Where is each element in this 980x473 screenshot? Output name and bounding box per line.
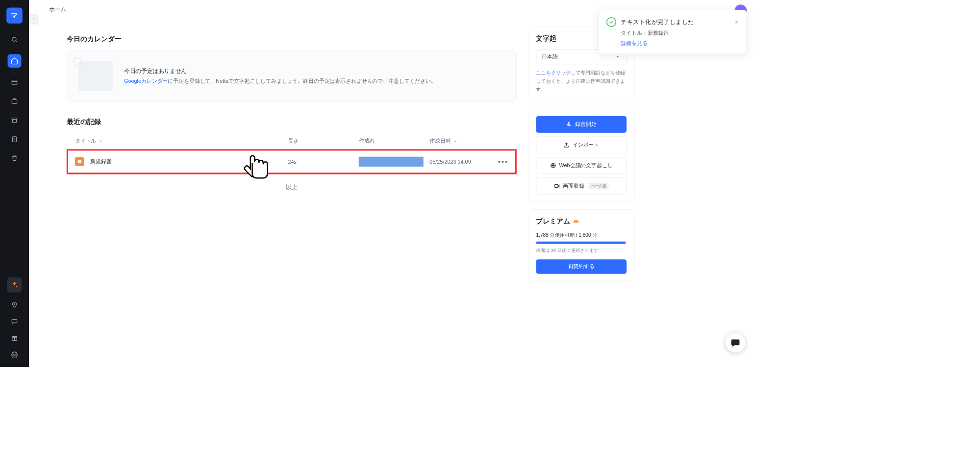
svg-line-1 <box>16 41 17 42</box>
globe-icon <box>550 163 556 169</box>
sidebar-bottom <box>10 300 19 359</box>
record-start-button[interactable]: 録音開始 <box>536 116 627 133</box>
app-logo[interactable]: マ <box>6 8 23 24</box>
calendar-sub-rest: に予定を登録して、Nottaで文字起こししてみましょう。終日の予定は表示されませ… <box>168 78 436 84</box>
calendar-sub-text: Googleカレンダーに予定を登録して、Nottaで文字起こししてみましょう。終… <box>124 78 436 85</box>
tip-link[interactable]: ここをクリック <box>536 70 571 76</box>
col-length[interactable]: 長さ <box>288 138 358 145</box>
renew-button[interactable]: 再契約する <box>536 259 627 274</box>
col-title[interactable]: タイトル <box>75 138 288 145</box>
svg-rect-10 <box>12 320 17 323</box>
note-icon[interactable] <box>10 135 19 144</box>
screen-record-button[interactable]: 画面収録 ベータ版 <box>536 178 627 195</box>
svg-point-0 <box>12 37 16 41</box>
renewal-text: 時間は 20 日後に更新されます <box>536 248 627 254</box>
action-buttons-card: 録音開始 インポート Web会議の文字起こし 画面収録 ベータ版 <box>528 109 634 201</box>
record-title: 新規録音 <box>90 158 288 165</box>
toast-subtitle: タイトル：新規録音 <box>621 30 739 37</box>
calendar-section-title: 今日のカレンダー <box>67 34 517 44</box>
import-button[interactable]: インポート <box>536 137 627 153</box>
cursor-hand-icon <box>243 152 274 182</box>
search-icon[interactable] <box>10 35 19 44</box>
calendar-card: 今日の予定はありません Googleカレンダーに予定を登録して、Nottaで文字… <box>67 50 517 102</box>
svg-rect-14 <box>78 160 81 163</box>
usage-text: 1,788 分使用可能 / 1,800 分 <box>536 232 627 239</box>
right-panel: 文字起 日本語 ここをクリックして専門用語などを登録しておくと、より正確に音声認… <box>528 26 634 289</box>
chat-icon[interactable] <box>10 317 19 326</box>
calendar-illustration <box>78 61 113 91</box>
calendar-icon[interactable] <box>10 77 19 87</box>
check-circle-icon <box>606 17 616 27</box>
google-calendar-link[interactable]: Googleカレンダー <box>124 78 168 84</box>
home-icon[interactable] <box>7 54 21 68</box>
crown-icon <box>573 218 579 224</box>
records-table-header: タイトル 長さ 作成者 作成日時 <box>67 133 517 149</box>
premium-title: プレミアム <box>536 217 627 226</box>
svg-point-13 <box>13 354 15 355</box>
language-selected: 日本語 <box>542 53 558 60</box>
main-content: 今日のカレンダー 今日の予定はありません Googleカレンダーに予定を登録して… <box>44 26 517 289</box>
trash-icon[interactable] <box>10 154 19 163</box>
gear-icon[interactable] <box>10 350 19 360</box>
chat-bubble-icon <box>730 338 740 348</box>
svg-rect-5 <box>12 118 17 120</box>
records-section-title: 最近の記録 <box>67 117 517 126</box>
end-of-list-text: 以上 <box>67 184 517 192</box>
mic-icon <box>566 122 572 127</box>
sidebar-collapse-toggle[interactable] <box>28 14 38 24</box>
svg-rect-17 <box>554 185 558 188</box>
usage-fill <box>536 242 626 244</box>
calendar-text: 今日の予定はありません Googleカレンダーに予定を登録して、Nottaで文字… <box>124 68 436 85</box>
toast-title: テキスト化が完了しました <box>621 18 694 26</box>
svg-rect-4 <box>12 100 17 104</box>
author-redacted <box>359 157 424 167</box>
chevron-down-icon <box>616 54 621 59</box>
more-options-button[interactable]: ••• <box>498 157 508 166</box>
web-meeting-button[interactable]: Web会議の文字起こし <box>536 157 627 174</box>
sparkle-button[interactable] <box>7 277 22 293</box>
col-created[interactable]: 作成日時 <box>429 138 498 145</box>
chevron-down-icon <box>99 139 103 143</box>
svg-rect-2 <box>12 80 17 85</box>
archive-icon[interactable] <box>10 116 19 125</box>
svg-rect-15 <box>568 122 570 125</box>
record-length: 24s <box>288 159 358 165</box>
video-icon <box>554 183 560 189</box>
breadcrumb: ホーム <box>49 6 66 13</box>
recording-icon <box>75 157 84 166</box>
svg-point-9 <box>14 303 15 304</box>
location-icon[interactable] <box>10 300 19 309</box>
usage-bar <box>536 242 627 244</box>
chevron-down-icon <box>453 139 457 143</box>
sidebar-nav <box>7 35 21 163</box>
tip-text: ここをクリックして専門用語などを登録しておくと、より正確に音声認識できます。 <box>536 69 627 94</box>
record-author <box>359 157 429 167</box>
sidebar: マ <box>0 0 28 367</box>
close-icon[interactable]: × <box>735 18 739 26</box>
no-events-text: 今日の予定はありません <box>124 68 436 75</box>
toast-notification: テキスト化が完了しました × タイトル：新規録音 詳細を見る <box>599 10 747 54</box>
help-bubble-button[interactable] <box>726 333 745 352</box>
highlighted-row: 新規録音 24s 05/25/2023 14:09 ••• <box>67 149 517 174</box>
record-created: 05/25/2023 14:09 <box>429 159 498 165</box>
col-author[interactable]: 作成者 <box>359 138 429 145</box>
toast-detail-link[interactable]: 詳細を見る <box>621 40 739 47</box>
beta-badge: ベータ版 <box>589 183 608 190</box>
record-row[interactable]: 新規録音 24s 05/25/2023 14:09 ••• <box>68 150 515 173</box>
gift-icon[interactable] <box>10 334 19 343</box>
briefcase-icon[interactable] <box>10 97 19 106</box>
premium-card: プレミアム 1,788 分使用可能 / 1,800 分 時間は 20 日後に更新… <box>528 209 634 281</box>
upload-icon <box>563 142 569 148</box>
